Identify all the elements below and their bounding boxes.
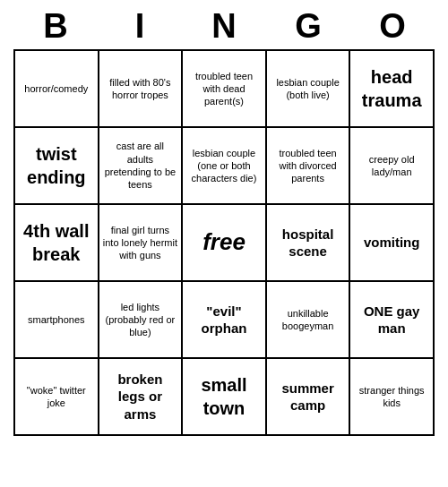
bingo-cell-10: 4th wall break xyxy=(15,205,99,282)
cell-text-24: stranger things kids xyxy=(354,384,429,410)
bingo-cell-4: head trauma xyxy=(350,51,435,128)
cell-text-7: lesbian couple (one or both characters d… xyxy=(186,147,262,185)
cell-text-21: broken legs or arms xyxy=(103,371,178,423)
bingo-cell-16: led lights (probably red or blue) xyxy=(99,282,184,359)
bingo-cell-2: troubled teen with dead parent(s) xyxy=(183,51,267,128)
bingo-cell-9: creepy old lady/man xyxy=(350,128,435,205)
bingo-cell-6: cast are all adults pretending to be tee… xyxy=(99,128,184,205)
bingo-cell-13: hospital scene xyxy=(267,205,351,282)
bingo-cell-1: filled with 80's horror tropes xyxy=(99,51,184,128)
bingo-cell-18: unkillable boogeyman xyxy=(267,282,351,359)
bingo-cell-5: twist ending xyxy=(15,128,99,205)
cell-text-14: vomiting xyxy=(364,234,420,252)
bingo-letter-b: B xyxy=(16,7,95,46)
bingo-cell-17: "evil" orphan xyxy=(183,282,267,359)
cell-text-3: lesbian couple (both live) xyxy=(271,76,346,102)
bingo-letter-o: O xyxy=(353,7,432,46)
bingo-cell-12: free xyxy=(183,205,267,282)
bingo-cell-20: "woke" twitter joke xyxy=(15,359,99,436)
cell-text-20: "woke" twitter joke xyxy=(19,384,94,410)
bingo-cell-15: smartphones xyxy=(15,282,99,359)
bingo-cell-7: lesbian couple (one or both characters d… xyxy=(183,128,267,205)
bingo-letter-n: N xyxy=(185,7,263,46)
cell-text-10: 4th wall break xyxy=(19,219,94,266)
bingo-grid: horror/comedyfilled with 80's horror tro… xyxy=(13,49,435,436)
cell-text-12: free xyxy=(202,227,246,258)
cell-text-19: ONE gay man xyxy=(354,303,429,337)
cell-text-2: troubled teen with dead parent(s) xyxy=(186,70,262,108)
bingo-cell-14: vomiting xyxy=(350,205,435,282)
cell-text-17: "evil" orphan xyxy=(186,303,262,337)
cell-text-8: troubled teen with divorced parents xyxy=(271,147,346,185)
cell-text-15: smartphones xyxy=(28,313,85,326)
bingo-letter-i: I xyxy=(100,7,179,46)
cell-text-0: horror/comedy xyxy=(24,82,88,95)
cell-text-5: twist ending xyxy=(19,142,94,189)
cell-text-22: small town xyxy=(186,373,262,420)
bingo-cell-3: lesbian couple (both live) xyxy=(267,51,351,128)
cell-text-18: unkillable boogeyman xyxy=(271,307,346,333)
bingo-cell-21: broken legs or arms xyxy=(99,359,184,436)
cell-text-6: cast are all adults pretending to be tee… xyxy=(103,140,178,191)
cell-text-16: led lights (probably red or blue) xyxy=(103,301,178,339)
bingo-cell-11: final girl turns into lonely hermit with… xyxy=(99,205,184,282)
cell-text-23: summer camp xyxy=(271,380,346,414)
bingo-header: BINGO xyxy=(13,0,435,49)
bingo-cell-24: stranger things kids xyxy=(350,359,435,436)
bingo-cell-0: horror/comedy xyxy=(15,51,99,128)
bingo-cell-22: small town xyxy=(183,359,267,436)
cell-text-13: hospital scene xyxy=(271,226,346,261)
cell-text-1: filled with 80's horror tropes xyxy=(103,76,178,102)
bingo-cell-23: summer camp xyxy=(267,359,351,436)
bingo-cell-19: ONE gay man xyxy=(350,282,435,359)
bingo-letter-g: G xyxy=(269,7,348,46)
cell-text-4: head trauma xyxy=(354,65,429,112)
cell-text-9: creepy old lady/man xyxy=(354,153,429,179)
cell-text-11: final girl turns into lonely hermit with… xyxy=(103,224,178,262)
bingo-cell-8: troubled teen with divorced parents xyxy=(267,128,351,205)
